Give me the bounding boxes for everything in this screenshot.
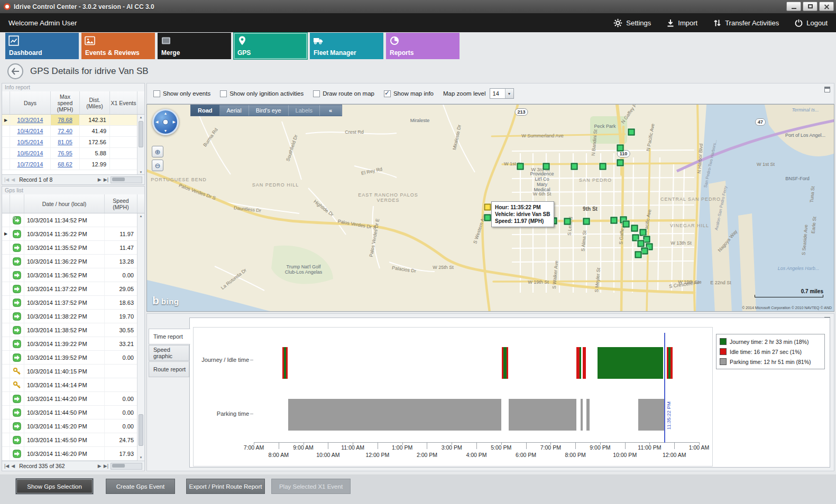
checkbox-show-only-events[interactable]: Show only events <box>153 90 210 97</box>
footer-button-create-gps-event[interactable]: Create Gps Event <box>106 479 175 494</box>
nav-tile-fleet[interactable]: Fleet Manager <box>310 33 383 59</box>
max-speed-link[interactable]: 81.05 <box>58 139 72 145</box>
day-link[interactable]: 10/3/2014 <box>17 117 43 123</box>
gps-marker[interactable] <box>571 163 578 170</box>
gps-marker[interactable] <box>631 225 638 232</box>
gps-marker[interactable] <box>635 251 642 258</box>
info-report-row[interactable]: 10/4/201472.4041.49 <box>2 126 144 137</box>
gps-marker[interactable] <box>543 163 550 170</box>
info-pager-last-button[interactable]: ▶| <box>104 178 108 182</box>
nav-tile-reports[interactable]: Reports <box>386 33 460 59</box>
gps-marker[interactable] <box>628 129 635 136</box>
info-report-row[interactable]: ▶10/3/201478.68142.31 <box>2 115 144 126</box>
gps-pager-next-button[interactable]: ▶ <box>98 464 102 469</box>
day-link[interactable]: 10/6/2014 <box>17 150 43 156</box>
scroll-thumb[interactable] <box>112 464 125 468</box>
gps-list-row[interactable]: 10/3/2014 11:36:22 PM13.28 <box>2 255 144 268</box>
gps-marker[interactable] <box>623 221 630 228</box>
column-header[interactable]: Date / hour (local) <box>24 194 105 213</box>
column-header[interactable]: Max speed (MPH) <box>51 91 80 114</box>
gps-marker[interactable] <box>617 160 624 166</box>
info-report-scrollbar[interactable]: ▲ ▼ <box>137 115 144 175</box>
map[interactable]: MiralesteCrest RdBurma RdSouthfield DrMi… <box>146 104 834 312</box>
gps-marker[interactable] <box>617 145 624 152</box>
gps-list-row[interactable]: 10/3/2014 11:37:52 PM18.63 <box>2 296 144 310</box>
gps-marker[interactable] <box>638 240 645 247</box>
map-view-tab-road[interactable]: Road <box>191 105 220 116</box>
gps-list-row[interactable]: 10/3/2014 11:38:52 PM30.55 <box>2 323 144 337</box>
day-link[interactable]: 10/4/2014 <box>17 128 43 134</box>
topbar-action-logout[interactable]: Logout <box>795 19 828 27</box>
gps-pager-hscrollbar[interactable] <box>111 463 142 470</box>
scroll-up-icon[interactable]: ▲ <box>137 213 144 219</box>
zoom-out-button[interactable]: ⊖ <box>152 160 163 171</box>
gps-list-row[interactable]: 10/3/2014 11:44:14 PM <box>2 378 144 392</box>
day-link[interactable]: 10/7/2014 <box>17 161 43 167</box>
info-report-row[interactable]: 10/7/201468.6212.99 <box>2 159 144 170</box>
gps-list-row[interactable]: 10/3/2014 11:45:20 PM0.00 <box>2 419 144 433</box>
pan-left-icon[interactable]: ◀ <box>155 120 158 124</box>
topbar-action-settings[interactable]: Settings <box>613 18 651 27</box>
gps-marker[interactable] <box>641 248 648 255</box>
scroll-thumb[interactable] <box>139 121 143 147</box>
info-report-row[interactable]: 10/6/201476.955.88 <box>2 148 144 159</box>
gps-list-scrollbar[interactable]: ▲ ▼ <box>137 213 144 461</box>
checkbox-box[interactable] <box>220 90 227 97</box>
column-header[interactable]: Dist. (Miles) <box>80 91 110 114</box>
gps-list-row[interactable]: 10/3/2014 11:40:15 PM <box>2 365 144 378</box>
column-header[interactable]: Speed (MPH) <box>105 194 137 213</box>
tab-time-report[interactable]: Time report <box>149 329 190 344</box>
info-pager-prev-button[interactable]: ◀ <box>11 178 15 182</box>
back-button[interactable] <box>7 63 23 79</box>
max-speed-link[interactable]: 78.68 <box>58 117 72 123</box>
maximize-panel-icon[interactable] <box>824 87 830 92</box>
checkbox-show-only-ignition-activities[interactable]: Show only ignition activities <box>220 90 304 97</box>
gps-pager-prev-button[interactable]: ◀ <box>11 464 15 469</box>
gps-pager-last-button[interactable]: ▶| <box>104 464 108 469</box>
gps-marker[interactable] <box>583 218 590 225</box>
gps-list-row[interactable]: 10/3/2014 11:37:22 PM29.05 <box>2 282 144 296</box>
gps-marker[interactable] <box>600 163 607 170</box>
tab-route-report[interactable]: Route report <box>149 361 189 377</box>
footer-button-show-gps-selection[interactable]: Show Gps Selection <box>16 479 93 494</box>
gps-marker[interactable] <box>611 217 618 224</box>
tab-speed-graphic[interactable]: Speed graphic <box>149 345 189 361</box>
gps-marker[interactable] <box>564 218 571 225</box>
column-header[interactable]: Days <box>10 91 51 114</box>
pan-right-icon[interactable]: ▶ <box>173 120 176 124</box>
map-view-tab-birdseye[interactable]: Bird's eye <box>249 105 289 116</box>
gps-pager-first-button[interactable]: |◀ <box>4 464 9 469</box>
nav-tile-events[interactable]: Events & Reviews <box>81 33 155 59</box>
max-speed-link[interactable]: 76.95 <box>58 150 72 156</box>
checkbox-box[interactable] <box>384 90 391 97</box>
checkbox-box[interactable] <box>153 90 160 97</box>
maximize-button[interactable] <box>803 2 817 11</box>
scroll-thumb[interactable] <box>112 178 125 181</box>
scroll-up-icon[interactable]: ▲ <box>137 115 144 120</box>
nav-tile-gps[interactable]: GPS <box>234 33 307 59</box>
map-zoom-select[interactable]: 14 ▼ <box>490 88 514 99</box>
day-link[interactable]: 10/5/2014 <box>17 139 43 145</box>
checkbox-box[interactable] <box>313 90 320 97</box>
column-header[interactable]: X1 Events <box>110 91 137 114</box>
info-pager-first-button[interactable]: |◀ <box>4 178 9 182</box>
gps-list-row[interactable]: 10/3/2014 11:39:52 PM0.00 <box>2 351 144 365</box>
scroll-down-icon[interactable]: ▼ <box>137 455 144 461</box>
gps-list-row[interactable]: 10/3/2014 11:35:52 PM11.47 <box>2 241 144 255</box>
gps-list-row[interactable]: 10/3/2014 11:38:22 PM19.70 <box>2 310 144 323</box>
checkbox-draw-route-on-map[interactable]: Draw route on map <box>313 90 374 97</box>
gps-list-row[interactable]: ▶10/3/2014 11:35:22 PM11.97 <box>2 227 144 241</box>
selected-gps-marker[interactable] <box>484 204 491 211</box>
scroll-thumb[interactable] <box>139 414 143 446</box>
gps-list-row[interactable]: 10/3/2014 11:45:50 PM24.75 <box>2 433 144 447</box>
minimize-button[interactable] <box>786 2 801 11</box>
close-button[interactable] <box>819 2 834 11</box>
zoom-in-button[interactable]: ⊕ <box>152 146 163 157</box>
topbar-action-transfer[interactable]: Transfer Activities <box>713 19 779 27</box>
gps-list-row[interactable]: 10/3/2014 11:34:52 PM <box>2 213 144 227</box>
gps-marker[interactable] <box>517 163 524 170</box>
nav-tile-merge[interactable]: Merge <box>158 33 231 59</box>
max-speed-link[interactable]: 68.62 <box>58 161 72 167</box>
gps-list-row[interactable]: 10/3/2014 11:46:20 PM17.93 <box>2 447 144 461</box>
checkbox-show-map-info[interactable]: Show map info <box>384 90 434 97</box>
